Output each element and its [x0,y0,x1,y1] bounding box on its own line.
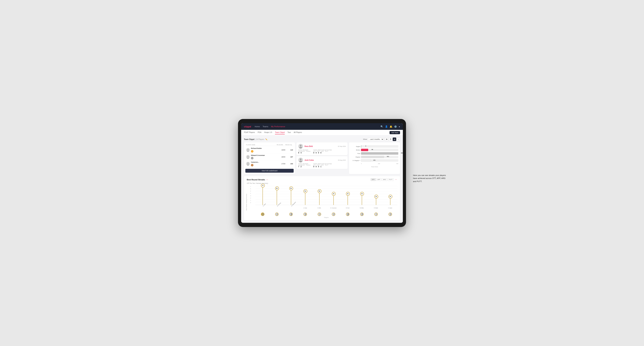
svg-point-25 [361,215,363,216]
arrow-right-icon: ← [395,178,397,181]
sub-nav-tour[interactable]: Tour [288,131,291,134]
app-val: 0 [316,152,317,154]
grid-line-7 [256,186,397,186]
card-date-josh: 26 Aug 2023 [338,159,346,161]
card-date-first: 02 Sep 2023 [338,146,346,147]
card-stats-josh: Total Rounds Tournament Practice 7 2 [298,163,346,168]
svg-point-16 [305,213,306,215]
view-icons: ⊞ ☰ ▤ ↕ [385,138,400,141]
profile-icon[interactable]: ● [399,125,400,128]
bar-value-pars: 499 [401,152,403,154]
svg-point-12 [276,213,278,215]
callout-text: Here you can see streaks your players ha… [413,174,448,183]
streak-bubble-mcharg: 6x [275,186,279,190]
filter-app[interactable]: APP [376,178,382,181]
lb-row-2: Edward Crossman 2 18/20 107 [245,154,294,161]
bell-icon[interactable]: 🔔 [390,125,392,128]
bar-axis: 0 200 400 [351,163,398,164]
svg-point-27 [376,215,378,216]
practice-val: 4 [301,152,302,154]
leaderboard-panel: PLAYER NAME PB SCORE PB AVG SQ Richard B… [244,142,295,174]
bar-row-pars: Pars 499 [351,152,398,155]
svg-point-2 [247,156,249,157]
avatar-miller [355,212,369,216]
sub-nav-pgat[interactable]: PGAT Players [244,131,255,134]
filter-ott[interactable]: OTT [371,178,376,181]
player-info-2: Edward Crossman 2 [251,155,279,160]
streak-bubble-butler: 3x [374,195,378,198]
svg-point-5 [247,164,249,166]
avatar-1 [246,148,250,152]
streaks-filters: OTT APP ARG PUTT ← [371,178,397,181]
josh-arg: ARG [321,165,324,166]
svg-point-29 [390,215,392,216]
avatar-2 [246,155,250,159]
nav-links: Home Teams My Performance [254,125,377,128]
edit-icon[interactable]: ✏️ [265,138,268,140]
nav-my-performance[interactable]: My Performance [271,125,285,128]
avatar-circle-butler [374,212,378,216]
player-col-butler: 3x [369,197,383,205]
josh-tournament-sublabel: Tournament [298,165,305,166]
user-icon[interactable]: 👤 [385,125,388,128]
josh-sublabels: Tournament Practice [298,165,310,166]
add-team-button[interactable]: Add Team [390,131,400,134]
tournament-val: 8 [298,152,299,154]
team-count: | 14 Players [255,138,264,140]
three-col-layout: PLAYER NAME PB SCORE PB AVG SQ Richard B… [244,142,400,174]
y-axis-title: Best Streak, Fairway Accuracy [246,194,247,210]
avatar-circle-coles [304,212,307,216]
sub-nav-all-players[interactable]: All Players [294,131,302,134]
josh-practice-sublabels: OTT APP ARG PUTT [313,165,332,166]
josh-ott: OTT [313,165,316,166]
player-col-miller: 4x [355,194,369,205]
player-col-britt: 5x [312,191,326,205]
name-mcharg: B. McHarg [270,206,284,209]
player-avg-1: 110 [288,149,293,151]
svg-point-11 [262,215,264,216]
list-view-btn[interactable]: ☰ [389,138,392,141]
josh-app: APP [317,165,320,166]
bar-fill-pars: 499 [361,152,398,155]
practice-values: 0 0 0 0 [313,152,332,154]
settings-icon[interactable]: ⚙️ [394,125,397,128]
avatars-row [256,212,397,216]
sub-nav-hcaps[interactable]: Hcaps 1-5 [264,131,272,134]
avatar-circle-ebert [261,212,264,216]
streak-bubble-britt: 5x [318,189,322,193]
filter-putt[interactable]: PUTT [388,178,394,181]
y3: 3 [250,195,251,196]
grid-view-btn[interactable]: ⊞ [385,138,388,141]
streak-line-crossman: 4x [334,194,334,205]
streak-line-mcharg: 6x [277,188,277,205]
search-icon[interactable]: 🔍 [380,125,383,128]
player-score-3: 17/20 [279,163,288,165]
filter-arg[interactable]: ARG [382,178,387,181]
view-leaderboard-button[interactable]: View Full Leaderboard [245,169,294,173]
lb-row-1: Richard Butler 1 19/20 110 [245,147,294,154]
josh-app-val: 0 [316,166,317,168]
svg-point-22 [348,213,349,215]
logo: clippd [244,125,251,128]
card-avatar-josh [298,158,303,163]
bar-label-dbogeys: D. Bogeys + [351,160,360,161]
player-col-mcharg: 6x [270,188,284,205]
bar-row-dbogeys: D. Bogeys + 131 [351,159,398,162]
streaks-header: Best Round Streaks ← OTT APP ARG PUTT ← [247,178,397,181]
sub-nav-team-clippd[interactable]: Team Clippd [275,131,285,134]
name-miller: M. Miller [355,206,369,209]
svg-point-28 [390,213,391,215]
sub-nav-pga[interactable]: PGA [258,131,261,134]
bar-row-eagles: Eagles 3 [351,145,398,148]
nav-home[interactable]: Home [254,125,260,128]
card-view-btn[interactable]: ▤ [393,138,396,141]
nav-teams[interactable]: Teams [263,125,268,128]
svg-point-23 [347,215,349,216]
card-header-josh: Josh Coles 26 Aug 2023 [298,158,346,163]
player-card-josh: Josh Coles 26 Aug 2023 Total Rounds Tour… [296,156,348,169]
bar-label-bogeys: Bogeys [351,156,360,158]
filter-dropdown[interactable]: Last 3 months [368,138,384,141]
bar-value-eagles: 3 [366,145,366,147]
sort-btn[interactable]: ↕ [396,138,400,141]
avatar-crossman [326,212,340,216]
